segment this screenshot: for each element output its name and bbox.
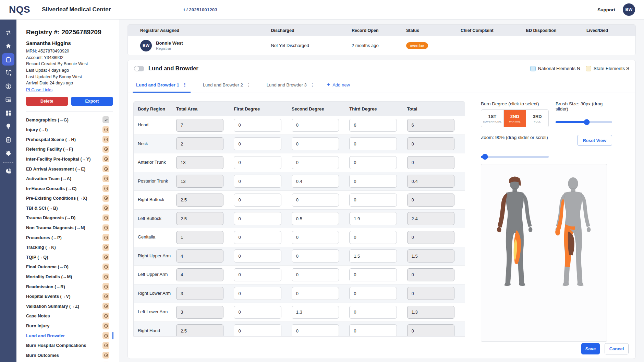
- tab-lund-and-browder-1[interactable]: Lund and Browder 1⋮: [133, 82, 191, 93]
- sidebar-item-trauma-diagnosis-d[interactable]: Trauma Diagnosis (→D): [26, 213, 113, 223]
- add-new-tab-button[interactable]: + Add new: [327, 82, 350, 93]
- registry-clipboard-icon[interactable]: [2, 53, 14, 66]
- lightbulb-icon[interactable]: [2, 120, 14, 132]
- first-degree-input[interactable]: [234, 268, 281, 281]
- zoom-slider[interactable]: [481, 156, 549, 158]
- third-degree-input[interactable]: [349, 156, 397, 169]
- route-icon[interactable]: [2, 67, 14, 79]
- sidebar-item-in-house-consults-c[interactable]: In-House Consults (→C): [26, 184, 113, 194]
- sidebar-item-injury-i[interactable]: Injury (→I): [26, 125, 113, 135]
- brush-slider[interactable]: [556, 121, 612, 123]
- third-degree-input[interactable]: [349, 249, 397, 262]
- sidebar-item-demographics-g[interactable]: Demographics (→G): [26, 115, 113, 125]
- sidebar-item-tbi-sci-b[interactable]: TBI & SCI (→B): [26, 203, 113, 213]
- second-degree-input[interactable]: [292, 156, 339, 169]
- third-degree-input[interactable]: [349, 119, 397, 132]
- record-table-row[interactable]: BW Bonnie West Registrar Not Yet Dischar…: [128, 36, 635, 55]
- third-degree-input[interactable]: [349, 268, 397, 281]
- support-link[interactable]: Support: [597, 7, 615, 12]
- sidebar-item-case-notes[interactable]: Case Notes: [26, 311, 113, 321]
- card-table-icon[interactable]: [2, 93, 14, 106]
- second-degree-input[interactable]: [292, 231, 339, 244]
- first-degree-input[interactable]: [234, 194, 281, 207]
- brush-slider-thumb[interactable]: [584, 119, 590, 125]
- settings-gear-icon[interactable]: [2, 147, 14, 159]
- kebab-menu-icon[interactable]: ⋮: [183, 82, 187, 87]
- third-degree-input[interactable]: [349, 212, 397, 225]
- second-degree-input[interactable]: [292, 175, 339, 188]
- second-degree-input[interactable]: [292, 287, 339, 300]
- second-degree-input[interactable]: [292, 137, 339, 150]
- sidebar-item-inter-facility-pre-hospital-y[interactable]: Inter-Facility Pre-Hospital (→Y): [26, 154, 113, 164]
- pi-case-links[interactable]: PI Case Links: [26, 87, 52, 92]
- element-checkbox-national-elements-n[interactable]: National Elements N: [530, 66, 580, 71]
- second-degree-input[interactable]: [292, 194, 339, 207]
- first-degree-input[interactable]: [234, 324, 281, 337]
- sidebar-item-procedures-p[interactable]: Procedures (→P): [26, 233, 113, 243]
- sidebar-item-readmission-r[interactable]: Readmission (→R): [26, 282, 113, 292]
- second-degree-input[interactable]: [292, 306, 339, 319]
- export-button[interactable]: Export: [71, 97, 113, 106]
- sidebar-item-tracking-k[interactable]: Tracking (→K): [26, 242, 113, 252]
- sidebar-item-referring-facility-f[interactable]: Referring Facility (→F): [26, 144, 113, 154]
- sidebar-item-final-outcome-o[interactable]: Final Outcome (→O): [26, 262, 113, 272]
- sidebar-item-burn-hospital-complications[interactable]: Burn Hospital Complications: [26, 340, 113, 350]
- third-degree-input[interactable]: [349, 137, 397, 150]
- tab-lund-and-browder-2[interactable]: Lund and Browder 2⋮: [199, 82, 254, 93]
- tasks-clipboard-icon[interactable]: [2, 133, 14, 146]
- sidebar-item-hospital-events-v[interactable]: Hospital Events (→V): [26, 291, 113, 301]
- billing-dollar-icon[interactable]: [2, 80, 14, 92]
- body-diagram-canvas[interactable]: [481, 164, 607, 342]
- home-icon[interactable]: [2, 40, 14, 52]
- kebab-menu-icon[interactable]: ⋮: [310, 82, 315, 87]
- first-degree-input[interactable]: [234, 119, 281, 132]
- element-checkbox-state-elements-s[interactable]: State Elements S: [586, 66, 629, 71]
- second-degree-input[interactable]: [292, 212, 339, 225]
- first-degree-input[interactable]: [234, 306, 281, 319]
- reset-view-button[interactable]: Reset View: [577, 135, 612, 146]
- modules-grid-icon[interactable]: [2, 107, 14, 119]
- first-degree-input[interactable]: [234, 137, 281, 150]
- sidebar-item-activation-team-a[interactable]: Activation Team (→A): [26, 174, 113, 184]
- swap-arrows-icon[interactable]: [2, 26, 14, 39]
- burn-degree-1st[interactable]: 1STSUPERFICIAL: [481, 110, 504, 127]
- sidebar-item-mortality-details-m[interactable]: Mortality Details (→M): [26, 272, 113, 282]
- sidebar-item-ed-arrival-assessment-e[interactable]: ED Arrival Assessment (→E): [26, 164, 113, 174]
- section-collapse-toggle[interactable]: [134, 66, 144, 71]
- third-degree-input[interactable]: [349, 194, 397, 207]
- burn-degree-3rd[interactable]: 3RDFULL: [526, 110, 548, 127]
- sidebar-item-prehospital-scene-h[interactable]: Prehospital Scene (→H): [26, 135, 113, 144]
- burn-degree-2nd[interactable]: 2NDPARTIAL: [504, 110, 526, 127]
- second-degree-input[interactable]: [292, 249, 339, 262]
- sidebar-item-lund-and-browder[interactable]: Lund and Browder: [26, 331, 113, 341]
- sidebar-item-burn-long-term-outcomes[interactable]: Burn Long Term Outcomes: [26, 360, 113, 362]
- breadcrumb[interactable]: t / 20251001203: [183, 7, 217, 12]
- user-avatar[interactable]: BW: [623, 3, 635, 16]
- sidebar-item-tqip-q[interactable]: TQIP (→Q): [26, 252, 113, 262]
- third-degree-input[interactable]: [349, 231, 397, 244]
- first-degree-input[interactable]: [234, 231, 281, 244]
- first-degree-input[interactable]: [234, 287, 281, 300]
- third-degree-input[interactable]: [349, 324, 397, 337]
- sidebar-item-validation-summary-z[interactable]: Validation Summary (→Z): [26, 301, 113, 311]
- first-degree-input[interactable]: [234, 175, 281, 188]
- sidebar-item-burn-outcomes[interactable]: Burn Outcomes: [26, 350, 113, 360]
- delete-button[interactable]: Delete: [26, 97, 68, 106]
- sidebar-item-non-trauma-diagnosis-n[interactable]: Non Trauma Diagnosis (→N): [26, 223, 113, 233]
- second-degree-input[interactable]: [292, 119, 339, 132]
- first-degree-input[interactable]: [234, 212, 281, 225]
- kebab-menu-icon[interactable]: ⋮: [246, 82, 251, 87]
- second-degree-input[interactable]: [292, 324, 339, 337]
- reports-pie-icon[interactable]: [2, 165, 14, 177]
- first-degree-input[interactable]: [234, 249, 281, 262]
- zoom-slider-thumb[interactable]: [482, 154, 488, 160]
- first-degree-input[interactable]: [234, 156, 281, 169]
- cancel-button[interactable]: Cancel: [605, 343, 629, 354]
- third-degree-input[interactable]: [349, 175, 397, 188]
- sidebar-item-burn-injury[interactable]: Burn Injury: [26, 321, 113, 331]
- sidebar-item-pre-existing-conditions-x[interactable]: Pre-Existing Conditions (→X): [26, 194, 113, 203]
- second-degree-input[interactable]: [292, 268, 339, 281]
- third-degree-input[interactable]: [349, 287, 397, 300]
- save-button[interactable]: Save: [581, 343, 600, 354]
- third-degree-input[interactable]: [349, 306, 397, 319]
